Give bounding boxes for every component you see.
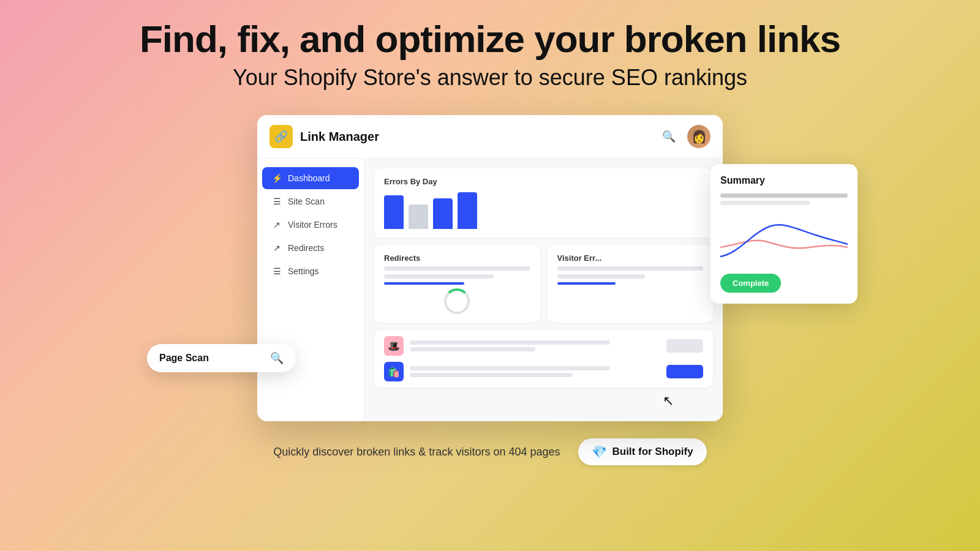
app-scene: Page Scan 🔍 🔗 Link Manager 🔍 👩 ⚡ bbox=[257, 115, 723, 421]
line-1 bbox=[557, 266, 704, 271]
row-action-btn-blue[interactable] bbox=[666, 365, 703, 378]
line-2 bbox=[557, 274, 645, 279]
visitor-errors-title: Visitor Err... bbox=[557, 253, 704, 263]
row-icon-pink: 🎩 bbox=[384, 336, 404, 356]
summary-lines bbox=[720, 193, 848, 205]
bottom-section: Quickly discover broken links & track vi… bbox=[273, 438, 706, 465]
summary-line-light bbox=[720, 201, 810, 205]
redirect-icon: ↗ bbox=[272, 243, 282, 253]
app-title: Link Manager bbox=[300, 130, 379, 144]
line-1 bbox=[384, 266, 530, 271]
table-row: 🎩 bbox=[384, 336, 703, 356]
sidebar-item-redirects[interactable]: ↗ Redirects bbox=[262, 237, 359, 259]
shopify-badge-label: Built for Shopify bbox=[612, 446, 693, 458]
app-window: 🔗 Link Manager 🔍 👩 ⚡ Dashboard ☰ Sit bbox=[257, 115, 723, 421]
row-line-short bbox=[410, 373, 573, 377]
main-subheadline: Your Shopify Store's answer to secure SE… bbox=[233, 65, 747, 91]
summary-chart bbox=[720, 214, 848, 263]
row-lines bbox=[410, 340, 660, 351]
diamond-icon: 💎 bbox=[592, 444, 607, 459]
main-headline: Find, fix, and optimize your broken link… bbox=[140, 18, 840, 60]
app-header: 🔗 Link Manager 🔍 👩 bbox=[257, 115, 723, 159]
main-content: Errors By Day Redirects bbox=[364, 159, 723, 421]
row-icon-blue: 🛍️ bbox=[384, 362, 404, 381]
logo-icon: 🔗 bbox=[274, 130, 288, 143]
row-action-btn-gray[interactable] bbox=[666, 339, 703, 353]
header-search-button[interactable]: 🔍 bbox=[659, 127, 679, 146]
sidebar-item-visitor-errors[interactable]: ↗ Visitor Errors bbox=[262, 214, 359, 236]
errors-by-day-card: Errors By Day bbox=[374, 168, 713, 238]
cursor-icon: ↖ bbox=[663, 393, 674, 409]
shopify-badge[interactable]: 💎 Built for Shopify bbox=[578, 438, 706, 465]
external-link-icon: ↗ bbox=[272, 220, 282, 230]
redirects-card: Redirects bbox=[374, 245, 540, 323]
complete-button[interactable]: Complete bbox=[720, 274, 781, 293]
page-scan-pill: Page Scan 🔍 bbox=[147, 344, 296, 372]
row-line-long bbox=[410, 340, 610, 345]
row-lines bbox=[410, 366, 660, 377]
page-scan-label: Page Scan bbox=[159, 353, 209, 364]
sidebar: ⚡ Dashboard ☰ Site Scan ↗ Visitor Errors… bbox=[257, 159, 364, 421]
sidebar-item-label: Visitor Errors bbox=[288, 220, 337, 230]
spinner-container bbox=[384, 288, 530, 314]
bottom-rows: 🎩 🛍️ bbox=[374, 330, 713, 388]
table-row: 🛍️ bbox=[384, 362, 703, 381]
redirects-card-title: Redirects bbox=[384, 253, 530, 263]
bottom-mini-cards: Redirects Visitor Err... bbox=[374, 245, 713, 323]
app-logo: 🔗 bbox=[270, 125, 293, 148]
progress-line bbox=[557, 282, 616, 285]
search-icon: 🔍 bbox=[662, 130, 676, 143]
bar-3 bbox=[433, 198, 453, 229]
line-2 bbox=[384, 274, 494, 279]
sidebar-item-label: Dashboard bbox=[288, 173, 330, 183]
errors-by-day-title: Errors By Day bbox=[384, 177, 703, 186]
bar-4 bbox=[458, 192, 477, 229]
summary-card: Summary Complete bbox=[710, 164, 858, 304]
sidebar-item-dashboard[interactable]: ⚡ Dashboard bbox=[262, 167, 359, 189]
sidebar-item-site-scan[interactable]: ☰ Site Scan bbox=[262, 190, 359, 212]
sidebar-item-label: Redirects bbox=[288, 243, 324, 253]
bar-1 bbox=[384, 195, 404, 229]
header-actions: 🔍 👩 bbox=[659, 125, 710, 148]
search-icon[interactable]: 🔍 bbox=[270, 351, 284, 365]
row-line-short bbox=[410, 347, 535, 351]
loading-spinner bbox=[444, 288, 470, 314]
settings-icon: ☰ bbox=[272, 266, 282, 276]
sidebar-item-label: Settings bbox=[288, 266, 319, 276]
user-avatar[interactable]: 👩 bbox=[687, 125, 710, 148]
bar-chart bbox=[384, 192, 703, 229]
bottom-text: Quickly discover broken links & track vi… bbox=[273, 446, 560, 459]
sidebar-item-settings[interactable]: ☰ Settings bbox=[262, 260, 359, 282]
bar-2 bbox=[409, 204, 428, 229]
lightning-icon: ⚡ bbox=[272, 173, 282, 183]
row-line-long bbox=[410, 366, 610, 370]
progress-line bbox=[384, 282, 464, 285]
grid-icon: ☰ bbox=[272, 197, 282, 206]
summary-line-dark bbox=[720, 193, 848, 198]
summary-title: Summary bbox=[720, 175, 848, 186]
window-body: ⚡ Dashboard ☰ Site Scan ↗ Visitor Errors… bbox=[257, 159, 723, 421]
sidebar-item-label: Site Scan bbox=[288, 197, 325, 206]
visitor-errors-card: Visitor Err... bbox=[548, 245, 714, 323]
